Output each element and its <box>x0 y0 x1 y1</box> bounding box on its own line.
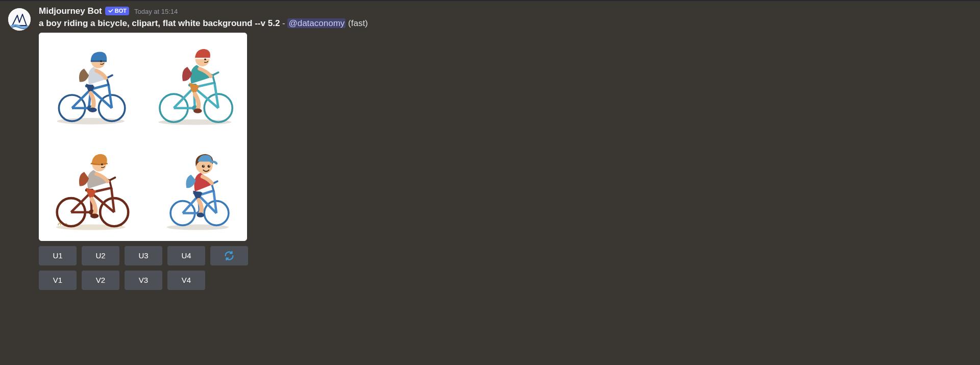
svg-point-31 <box>90 213 99 218</box>
message-text: a boy riding a bicycle, clipart, flat wh… <box>39 17 972 30</box>
generated-image-grid[interactable] <box>39 33 247 241</box>
upscale-4-button[interactable]: U4 <box>167 246 205 265</box>
separator: - <box>280 18 287 28</box>
prompt-text: a boy riding a bicycle, clipart, flat wh… <box>39 18 280 28</box>
message-header: Midjourney Bot BOT Today at 15:14 <box>39 6 972 16</box>
svg-point-20 <box>193 109 202 113</box>
svg-point-33 <box>101 163 103 165</box>
upscale-3-button[interactable]: U3 <box>125 246 162 265</box>
discord-message: Midjourney Bot BOT Today at 15:14 a boy … <box>0 1 980 290</box>
message-content: Midjourney Bot BOT Today at 15:14 a boy … <box>39 6 972 290</box>
author-avatar[interactable] <box>8 8 31 31</box>
bot-tag: BOT <box>105 7 129 15</box>
user-mention[interactable]: @dataconomy <box>287 18 346 28</box>
generated-image-4 <box>143 137 247 241</box>
suffix-text: (fast) <box>346 18 368 28</box>
action-buttons: U1 U2 U3 U4 V1 V2 V3 V4 <box>39 246 972 290</box>
upscale-2-button[interactable]: U2 <box>82 246 119 265</box>
generated-image-2 <box>143 33 247 137</box>
generated-image-1 <box>39 33 143 137</box>
reroll-button[interactable] <box>210 246 248 265</box>
svg-point-9 <box>88 108 97 112</box>
variation-3-button[interactable]: V3 <box>125 271 162 290</box>
bot-label: BOT <box>115 7 127 15</box>
author-name[interactable]: Midjourney Bot <box>39 6 102 16</box>
upscale-row: U1 U2 U3 U4 <box>39 246 972 265</box>
variation-1-button[interactable]: V1 <box>39 271 77 290</box>
svg-point-42 <box>197 213 205 217</box>
svg-point-45 <box>208 165 211 168</box>
generated-image-3 <box>39 137 143 241</box>
variation-4-button[interactable]: V4 <box>167 271 205 290</box>
upscale-1-button[interactable]: U1 <box>39 246 77 265</box>
verified-check-icon <box>108 8 114 14</box>
message-timestamp: Today at 15:14 <box>134 8 178 15</box>
svg-point-11 <box>100 60 102 62</box>
variation-row: V1 V2 V3 V4 <box>39 271 972 290</box>
refresh-icon <box>224 250 235 261</box>
midjourney-logo-icon <box>8 8 31 31</box>
variation-2-button[interactable]: V2 <box>82 271 119 290</box>
svg-point-47 <box>209 165 210 166</box>
svg-point-46 <box>204 165 205 166</box>
svg-point-22 <box>204 58 206 60</box>
svg-point-44 <box>202 165 205 168</box>
svg-line-28 <box>111 188 114 212</box>
